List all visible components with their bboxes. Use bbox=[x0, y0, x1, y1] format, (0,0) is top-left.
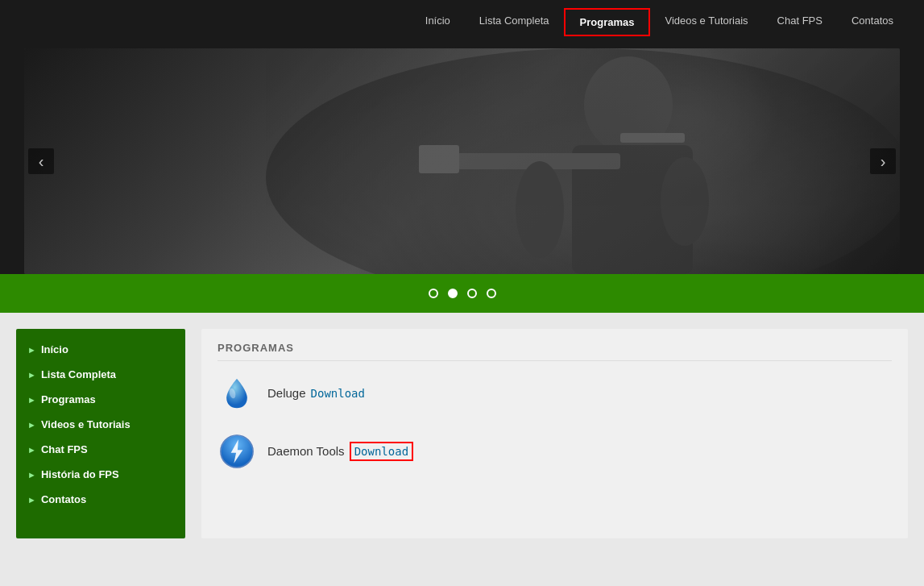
program-text-daemon-tools: Daemon ToolsDownload bbox=[267, 444, 413, 459]
sidebar-label-5: História do FPS bbox=[41, 468, 119, 480]
nav-link-videos-tutoriais[interactable]: Videos e Tutoriais bbox=[650, 8, 762, 33]
slider-image bbox=[24, 48, 900, 274]
nav-item-chat-fps[interactable]: Chat FPS bbox=[763, 8, 837, 36]
sidebar-label-3: Videos e Tutoriais bbox=[41, 418, 131, 430]
sidebar-arrow-1: ► bbox=[27, 370, 36, 380]
sidebar-item-0[interactable]: ►Início bbox=[16, 337, 185, 362]
header: InícioLista CompletaProgramasVideos e Tu… bbox=[0, 0, 924, 44]
program-item-deluge: DelugeDownload bbox=[218, 374, 892, 413]
download-link-deluge[interactable]: Download bbox=[311, 387, 365, 400]
content-area: PROGRAMAS DelugeDownload Daemon ToolsDow… bbox=[201, 329, 908, 538]
nav-link-lista-completa[interactable]: Lista Completa bbox=[465, 8, 564, 33]
slider-svg bbox=[24, 48, 900, 274]
slider-dot-3[interactable] bbox=[467, 289, 477, 298]
sidebar-arrow-4: ► bbox=[27, 445, 36, 455]
slider-dot-2[interactable] bbox=[448, 289, 458, 298]
sidebar-item-4[interactable]: ►Chat FPS bbox=[16, 437, 185, 462]
sidebar-label-6: Contatos bbox=[41, 493, 86, 505]
sidebar-arrow-6: ► bbox=[27, 495, 36, 505]
svg-rect-4 bbox=[419, 145, 459, 173]
sidebar-item-1[interactable]: ►Lista Completa bbox=[16, 362, 185, 387]
sidebar-arrow-0: ► bbox=[27, 345, 36, 355]
nav-item-videos-tutoriais[interactable]: Videos e Tutoriais bbox=[650, 8, 762, 36]
sidebar-item-3[interactable]: ►Videos e Tutoriais bbox=[16, 412, 185, 437]
slider-dot-4[interactable] bbox=[487, 289, 496, 298]
nav-item-inicio[interactable]: Início bbox=[411, 8, 465, 36]
nav-item-programas[interactable]: Programas bbox=[564, 8, 651, 36]
sidebar-label-1: Lista Completa bbox=[41, 368, 116, 380]
slider: ‹ › bbox=[24, 48, 900, 274]
sidebar-label-0: Início bbox=[41, 343, 68, 355]
nav-link-contatos[interactable]: Contatos bbox=[837, 8, 908, 33]
nav-link-chat-fps[interactable]: Chat FPS bbox=[763, 8, 837, 33]
deluge-icon bbox=[219, 376, 255, 411]
nav-link-inicio[interactable]: Início bbox=[411, 8, 465, 33]
section-title: PROGRAMAS bbox=[218, 342, 892, 361]
main-nav: InícioLista CompletaProgramasVideos e Tu… bbox=[411, 8, 908, 36]
nav-link-programas[interactable]: Programas bbox=[564, 8, 651, 36]
slider-next-button[interactable]: › bbox=[870, 148, 896, 174]
sidebar-arrow-2: ► bbox=[27, 395, 36, 405]
sidebar-item-6[interactable]: ►Contatos bbox=[16, 487, 185, 512]
programs-list: DelugeDownload Daemon ToolsDownload bbox=[218, 374, 892, 471]
hero-section: ‹ › bbox=[0, 44, 924, 274]
slider-prev-button[interactable]: ‹ bbox=[28, 148, 54, 174]
slider-dots-bar bbox=[0, 274, 924, 313]
sidebar-item-5[interactable]: ►História do FPS bbox=[16, 462, 185, 487]
slider-dot-1[interactable] bbox=[429, 289, 438, 298]
sidebar-arrow-3: ► bbox=[27, 420, 36, 430]
daemon-tools-icon bbox=[219, 434, 255, 469]
sidebar-item-2[interactable]: ►Programas bbox=[16, 387, 185, 412]
download-link-daemon-tools[interactable]: Download bbox=[350, 442, 413, 461]
program-text-deluge: DelugeDownload bbox=[267, 386, 365, 401]
svg-point-6 bbox=[516, 161, 564, 258]
program-item-daemon-tools: Daemon ToolsDownload bbox=[218, 432, 892, 471]
nav-item-contatos[interactable]: Contatos bbox=[837, 8, 908, 36]
program-name-deluge: Deluge bbox=[267, 386, 306, 400]
nav-item-lista-completa[interactable]: Lista Completa bbox=[465, 8, 564, 36]
svg-rect-5 bbox=[620, 133, 685, 143]
svg-point-7 bbox=[661, 157, 709, 246]
sidebar-label-2: Programas bbox=[41, 393, 96, 405]
sidebar: ►Início►Lista Completa►Programas►Videos … bbox=[16, 329, 185, 538]
program-name-daemon-tools: Daemon Tools bbox=[267, 444, 345, 458]
sidebar-label-4: Chat FPS bbox=[41, 443, 88, 455]
sidebar-arrow-5: ► bbox=[27, 470, 36, 480]
main-content: ►Início►Lista Completa►Programas►Videos … bbox=[0, 313, 924, 555]
